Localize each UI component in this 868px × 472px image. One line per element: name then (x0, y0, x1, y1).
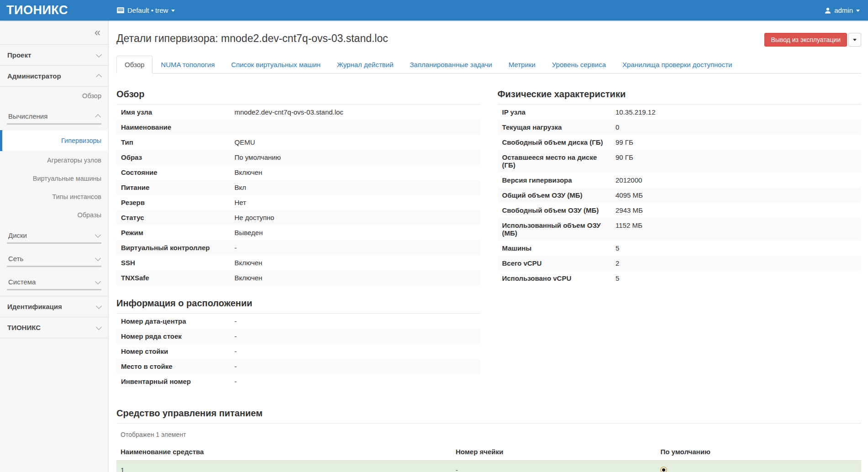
kv-row: Номер дата-центра - (116, 314, 480, 329)
sidebar-item-admin[interactable]: Администратор (0, 65, 108, 87)
kv-row: Состояние Включен (116, 165, 480, 180)
power-default-cell (656, 461, 861, 472)
items-count-top: Отображен 1 элемент (116, 424, 861, 445)
chevron-icon (95, 278, 101, 284)
sidebar-collapse-button[interactable]: « (95, 27, 100, 38)
sidebar-item-overview[interactable]: Обзор (0, 87, 108, 105)
column-header: Номер ячейки (452, 445, 657, 460)
power-section: Средство управления питанием Отображен 1… (116, 408, 861, 472)
kv-row: Свободный объем ОЗУ (МБ) 2943 МБ (498, 203, 862, 218)
kv-row: Использовано vCPU 5 (498, 271, 862, 286)
physical-section-title: Физические характеристики (498, 89, 862, 100)
kv-row: Версия гипервизора 2012000 (498, 173, 862, 188)
kv-row: Использованный объем ОЗУ (МБ) 1152 МБ (498, 218, 862, 241)
sidebar-item-instances[interactable]: Виртуальные машины (0, 169, 108, 188)
caret-down-icon (171, 10, 175, 12)
panel-icon (117, 7, 124, 13)
kv-row: Инвентарный номер - (116, 374, 480, 389)
location-table: Номер дата-центра - Номер ряда стоек - Н… (116, 313, 480, 389)
power-table: Наименование средства Номер ячейки По ум… (116, 445, 861, 472)
sidebar-nav: Проект Администратор Обзор Вычис (0, 44, 108, 338)
sidebar-item-flavors[interactable]: Типы инстансов (0, 188, 108, 206)
kv-row: Текущая нагрузка 0 (498, 120, 862, 135)
action-dropdown-toggle[interactable] (848, 33, 861, 47)
kv-row: Номер ряда стоек - (116, 329, 480, 344)
sidebar-item-network[interactable]: Сеть (7, 249, 101, 267)
power-cell-number-cell: - (452, 461, 657, 472)
sidebar-item-identity[interactable]: Идентификация (0, 296, 108, 317)
kv-row: Резерв Нет (116, 195, 480, 210)
kv-row: SSH Включен (116, 255, 480, 270)
brand-logo: ТИОНИКС (0, 3, 109, 17)
power-section-title: Средство управления питанием (116, 408, 861, 419)
page-title: Детали гипервизора: mnode2.dev-cnt7q-ovs… (116, 32, 388, 45)
tab-bar: Обзор NUMA топология Список виртуальных … (116, 56, 861, 73)
context-switcher[interactable]: Default • trew (117, 6, 175, 14)
tab-scheduled-tasks[interactable]: Запланированные задачи (402, 56, 500, 73)
sidebar-item-tionix[interactable]: ТИОНИКС (0, 317, 108, 338)
chevron-icon (95, 114, 101, 120)
kv-row: Место в стойке - (116, 359, 480, 374)
tab-service-level[interactable]: Уровень сервиса (544, 56, 614, 73)
chevron-icon (95, 232, 101, 238)
user-icon (825, 7, 831, 14)
caret-down-icon (856, 10, 860, 12)
overview-section-title: Обзор (116, 89, 480, 100)
tab-vm-list[interactable]: Список виртуальных машин (223, 56, 329, 73)
chevron-icon (95, 255, 101, 261)
kv-row: Питание Вкл (116, 180, 480, 195)
tab-overview[interactable]: Обзор (116, 56, 153, 73)
sidebar-item-hypervisors[interactable]: Гипервизоры (0, 130, 108, 151)
chevron-icon (96, 74, 102, 80)
kv-row: Всего vCPU 2 (498, 256, 862, 271)
page-actions: Вывод из эксплуатации (764, 33, 861, 47)
kv-row: Имя узла mnode2.dev-cnt7q-ovs-03.stand.l… (116, 105, 480, 120)
kv-row: Образ По умолчанию (116, 150, 480, 165)
tab-action-log[interactable]: Журнал действий (329, 56, 401, 73)
user-name: admin (834, 6, 853, 14)
default-radio-button[interactable] (660, 467, 667, 472)
kv-row: Оставшееся место на диске (ГБ) 90 ГБ (498, 150, 862, 173)
kv-row: Статус Не доступно (116, 210, 480, 225)
kv-row: TNXSafe Включен (116, 270, 480, 285)
kv-row: Режим Выведен (116, 225, 480, 240)
decommission-button[interactable]: Вывод из эксплуатации (764, 33, 847, 47)
caret-down-icon (853, 39, 857, 41)
chevron-icon (96, 303, 102, 309)
context-label: Default • trew (127, 6, 168, 14)
topbar: ТИОНИКС Default • trew admin (0, 0, 868, 21)
sidebar: « Проект Администратор Обзор (0, 21, 109, 472)
sidebar-item-project[interactable]: Проект (0, 44, 108, 65)
kv-row: Виртуальный контроллер - (116, 240, 480, 255)
sidebar-item-system[interactable]: Система (7, 273, 101, 290)
tab-metrics[interactable]: Метрики (500, 56, 544, 73)
power-table-header: Наименование средства Номер ячейки По ум… (116, 445, 861, 461)
physical-table: IP узла 10.35.219.12 Текущая нагрузка 0 … (498, 104, 862, 286)
tab-numa[interactable]: NUMA топология (153, 56, 223, 73)
column-header: Наименование средства (116, 445, 452, 460)
sidebar-item-host-aggregates[interactable]: Агрегаторы узлов (0, 151, 108, 169)
overview-column: Обзор Имя узла mnode2.dev-cnt7q-ovs-03.s… (116, 83, 480, 389)
user-menu[interactable]: admin (825, 6, 860, 14)
kv-row: Тип QEMU (116, 135, 480, 150)
column-header: По умолчанию (656, 445, 861, 460)
power-table-row: 1 - (116, 461, 861, 472)
main-content: Детали гипервизора: mnode2.dev-cnt7q-ovs… (109, 21, 868, 472)
kv-row: Общий объем ОЗУ (МБ) 4095 МБ (498, 188, 862, 203)
overview-table: Имя узла mnode2.dev-cnt7q-ovs-03.stand.l… (116, 104, 480, 285)
kv-row: Машины 5 (498, 241, 862, 256)
physical-column: Физические характеристики IP узла 10.35.… (498, 83, 862, 389)
sidebar-item-compute[interactable]: Вычисления (7, 107, 101, 125)
chevron-icon (96, 324, 102, 330)
kv-row: Свободный объем диска (ГБ) 99 ГБ (498, 135, 862, 150)
chevron-icon (96, 52, 102, 58)
power-name-cell: 1 (116, 461, 452, 472)
sidebar-item-volumes[interactable]: Диски (7, 226, 101, 244)
kv-row: Номер стойки - (116, 344, 480, 359)
app-window: ТИОНИКС Default • trew admin (0, 0, 868, 472)
location-section-title: Информация о расположении (116, 298, 480, 309)
tab-availability-storages[interactable]: Хранилища проверки доступности (614, 56, 740, 73)
kv-row: Наименование (116, 120, 480, 135)
kv-row: IP узла 10.35.219.12 (498, 105, 862, 120)
sidebar-item-images[interactable]: Образы (0, 206, 108, 224)
